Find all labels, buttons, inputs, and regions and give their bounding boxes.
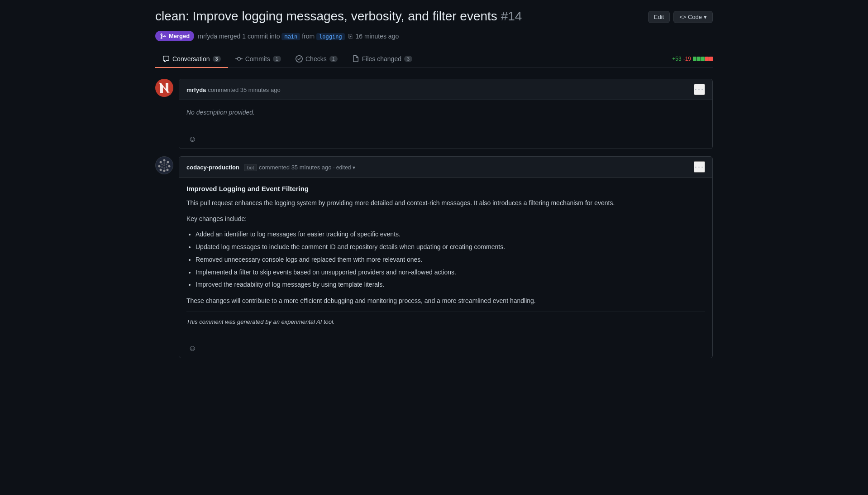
comment-author-codacy: codacy-production: [186, 164, 239, 171]
tab-conversation[interactable]: Conversation 3: [155, 51, 228, 68]
pr-status-row: Merged mrfyda merged 1 commit into main …: [155, 31, 713, 41]
emoji-button-codacy[interactable]: ☺: [186, 343, 198, 354]
comment-heading: Improved Logging and Event Filtering: [186, 185, 705, 192]
pr-title: clean: Improve logging messages, verbosi…: [155, 9, 641, 24]
svg-point-6: [167, 169, 169, 171]
copy-icon[interactable]: ⎘: [348, 33, 352, 40]
tab-checks[interactable]: Checks 1: [288, 51, 345, 68]
pr-header: clean: Improve logging messages, verbosi…: [155, 9, 713, 24]
no-description-text: No description provided.: [186, 107, 705, 117]
edited-tag[interactable]: · edited ▾: [333, 164, 355, 171]
comment-more-mrfyda[interactable]: ···: [694, 84, 705, 95]
comment-meta-mrfyda: commented 35 minutes ago: [208, 87, 280, 93]
tab-files-changed-count: 3: [404, 56, 412, 62]
svg-point-7: [163, 170, 166, 172]
svg-point-3: [163, 159, 166, 162]
code-label: <> Code: [679, 14, 702, 20]
branch-target[interactable]: main: [281, 33, 300, 40]
code-button[interactable]: <> Code ▾: [673, 11, 713, 23]
list-item: Implemented a filter to skip events base…: [196, 267, 705, 278]
pr-tabs: Conversation 3 Commits 1 Checks 1: [155, 50, 713, 68]
commit-icon: [235, 55, 243, 62]
svg-point-14: [163, 168, 165, 169]
pr-body: mrfyda commented 35 minutes ago ··· No d…: [155, 79, 713, 365]
pr-number: #14: [501, 9, 522, 23]
pr-title-text: clean: Improve logging messages, verbosi…: [155, 9, 497, 23]
from-text: from: [302, 33, 315, 40]
tab-checks-label: Checks: [305, 55, 327, 62]
diff-bar: [693, 57, 713, 61]
avatar-codacy: [155, 156, 173, 174]
tab-checks-count: 1: [329, 56, 338, 62]
badge-label: Merged: [169, 33, 190, 39]
svg-point-4: [167, 161, 169, 163]
merge-icon: [160, 33, 166, 39]
ai-note: This comment was generated by an experim…: [186, 317, 705, 327]
diff-bar-seg-1: [693, 57, 696, 61]
list-item: Added an identifier to log messages for …: [196, 229, 705, 240]
svg-point-5: [168, 165, 171, 168]
list-item: Removed unnecessary console logs and rep…: [196, 255, 705, 265]
tab-files-changed[interactable]: Files changed 3: [345, 51, 420, 68]
comment-thread-mrfyda: mrfyda commented 35 minutes ago ··· No d…: [155, 79, 713, 149]
avatar-mrfyda: [155, 79, 173, 97]
status-meta-text: mrfyda merged 1 commit into: [198, 33, 280, 40]
comment-thread-codacy: codacy-production bot commented 35 minut…: [155, 156, 713, 358]
pr-main: mrfyda commented 35 minutes ago ··· No d…: [155, 79, 713, 365]
comment-body-mrfyda: No description provided.: [179, 100, 712, 130]
svg-point-17: [163, 164, 165, 166]
svg-point-12: [166, 164, 167, 166]
comment-author-mrfyda: mrfyda: [186, 87, 206, 93]
svg-point-10: [160, 161, 162, 163]
svg-point-13: [166, 167, 167, 168]
list-item: Updated log messages to include the comm…: [196, 242, 705, 253]
time-ago: 16 minutes ago: [355, 33, 399, 40]
tab-commits[interactable]: Commits 1: [228, 51, 288, 68]
status-meta: mrfyda merged 1 commit into main from lo…: [198, 33, 399, 40]
bullet-list: Added an identifier to log messages for …: [186, 229, 705, 290]
comment-author-info-codacy: codacy-production bot commented 35 minut…: [186, 163, 355, 171]
diff-deletions: -19: [683, 56, 691, 62]
comment-header-codacy: codacy-production bot commented 35 minut…: [179, 157, 712, 178]
tab-conversation-label: Conversation: [172, 55, 210, 62]
check-icon: [296, 55, 303, 62]
comment-box-codacy: codacy-production bot commented 35 minut…: [179, 156, 713, 358]
tab-conversation-count: 3: [213, 56, 221, 62]
diff-bar-seg-5: [709, 57, 713, 61]
bot-badge: bot: [244, 164, 257, 171]
svg-point-11: [163, 163, 165, 164]
comment-conclusion: These changes will contribute to a more …: [186, 296, 705, 306]
diff-bar-seg-2: [697, 57, 701, 61]
comment-box-mrfyda: mrfyda commented 35 minutes ago ··· No d…: [179, 79, 713, 149]
diff-bar-seg-4: [705, 57, 709, 61]
pr-header-actions: Edit <> Code ▾: [648, 11, 713, 23]
comment-more-codacy[interactable]: ···: [694, 161, 705, 173]
edit-button[interactable]: Edit: [648, 11, 670, 23]
list-item: Improved the readability of log messages…: [196, 279, 705, 290]
comment-header-mrfyda: mrfyda commented 35 minutes ago ···: [179, 79, 712, 100]
tab-files-changed-label: Files changed: [362, 55, 401, 62]
comment-body-codacy: Improved Logging and Event Filtering Thi…: [179, 178, 712, 339]
comment-meta-codacy: commented 35 minutes ago · edited ▾: [259, 164, 355, 171]
key-changes-label: Key changes include:: [186, 214, 705, 224]
tabs-list: Conversation 3 Commits 1 Checks 1: [155, 50, 420, 67]
chevron-down-icon: ▾: [704, 14, 707, 20]
svg-point-15: [161, 167, 163, 168]
comment-footer-mrfyda: ☺: [179, 130, 712, 149]
avatar-mrfyda-svg: [156, 79, 173, 96]
branch-source[interactable]: logging: [316, 33, 345, 40]
file-icon: [352, 55, 359, 62]
comment-icon: [162, 55, 170, 62]
emoji-button-mrfyda[interactable]: ☺: [186, 134, 198, 145]
codacy-meta-text: commented 35 minutes ago: [259, 164, 331, 171]
diff-additions: +53: [672, 56, 681, 62]
comment-footer-codacy: ☺: [179, 339, 712, 358]
avatar-codacy-svg: [156, 157, 173, 174]
svg-point-9: [158, 165, 161, 168]
comment-intro: This pull request enhances the logging s…: [186, 198, 705, 208]
diff-stats: +53 -19: [672, 56, 713, 62]
divider: [186, 312, 705, 312]
edit-label: Edit: [654, 14, 664, 20]
diff-bar-seg-3: [701, 57, 705, 61]
svg-point-16: [161, 164, 163, 166]
